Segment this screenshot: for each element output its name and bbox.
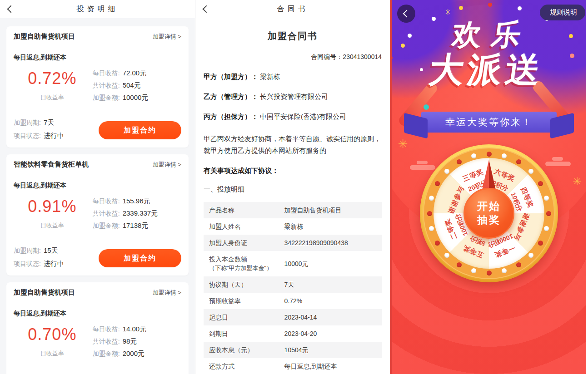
daily-income-label: 每日收益: — [93, 197, 120, 206]
party-a: 甲方（加盟方）：梁新栋 — [204, 73, 382, 81]
contract-number: 合同编号：23041300014 — [204, 53, 382, 61]
project-detail-link[interactable]: 加盟详情 > — [153, 161, 181, 169]
contract-row-value: 10504元 — [284, 345, 376, 354]
daily-income-value: 14.00元 — [123, 325, 147, 334]
segment-name: 四等奖 — [519, 186, 535, 210]
segment-name: 二等奖 — [443, 217, 459, 241]
ring-dot-decoration — [502, 153, 507, 158]
daily-rate-label: 日收益率 — [14, 221, 91, 230]
status-label: 项目状态: — [14, 132, 41, 139]
party-b: 乙方（管理方）：长兴投资管理有限公司 — [204, 93, 382, 101]
rules-button[interactable]: 规则说明 — [540, 5, 585, 20]
contract-row-value: 加盟自助售货机项目 — [284, 206, 376, 215]
back-icon[interactable] — [7, 5, 15, 13]
repay-mode: 每日返息,到期还本 — [14, 310, 181, 318]
start-draw-label: 开始抽奖 — [475, 200, 503, 227]
back-button[interactable] — [397, 5, 415, 23]
investment-card: 加盟自助售货机项目 加盟详情 > 每日返息,到期还本 0.70% 日收益率 每日… — [6, 282, 189, 374]
ring-dot-decoration — [457, 159, 462, 164]
ring-dot-decoration — [471, 268, 476, 273]
investment-card-list: 加盟自助售货机项目 加盟详情 > 每日返息,到期还本 0.72% 日收益率 每日… — [0, 18, 195, 374]
period-value: 7天 — [44, 118, 54, 126]
prize-wheel: 六等奖2积分四等奖10积分谢谢参与一等奖1000积分五等奖5积分二等奖100积分… — [420, 144, 558, 282]
amount-label: 加盟金额: — [93, 350, 120, 358]
lucky-draw-panel: ✳ ✳ ✳ 规则说明 欢乐 大派送 幸运大奖等你来！ 六等奖2积分四等奖10积分… — [392, 0, 586, 374]
contract-panel: 合同书 加盟合同书 合同编号：23041300014 甲方（加盟方）：梁新栋 乙… — [195, 0, 392, 374]
daily-rate-value: 0.70% — [14, 325, 91, 344]
ring-dot-decoration — [435, 181, 440, 186]
daily-income-label: 每日收益: — [93, 69, 120, 78]
contract-row-value: 7天 — [284, 280, 376, 289]
contract-table: 产品名称加盟自助售货机项目加盟人姓名梁新栋加盟人身份证3422221989090… — [204, 202, 382, 374]
contract-header: 合同书 — [195, 0, 390, 18]
contract-table-row: 预期收益率0.72% — [204, 293, 382, 309]
party-c-label: 丙方（担保方）： — [204, 113, 258, 120]
total-income-value: 2339.337元 — [123, 209, 158, 218]
page-title: 投资明细 — [77, 5, 119, 14]
firework-icon: ✳ — [444, 7, 451, 17]
daily-income-value: 155.96元 — [123, 197, 150, 206]
ring-dot-decoration — [429, 226, 434, 231]
investment-card: 智能饮料零食售货柜单机 加盟详情 > 每日返息,到期还本 0.91% 日收益率 … — [6, 154, 189, 276]
ring-dot-decoration — [538, 241, 543, 246]
project-detail-link[interactable]: 加盟详情 > — [153, 33, 181, 41]
section-1-title: 一、投放明细 — [204, 185, 382, 194]
promo-title: 欢乐 大派送 — [392, 20, 586, 88]
total-income-label: 共计收益: — [93, 210, 120, 218]
repay-mode: 每日返息,到期还本 — [14, 182, 181, 190]
promo-title-line1: 欢乐 — [392, 20, 586, 49]
ring-dot-decoration — [427, 211, 432, 216]
repay-mode: 每日返息,到期还本 — [14, 54, 181, 62]
project-name: 加盟自助售货机项目 — [14, 32, 75, 41]
contract-row-label: 产品名称 — [209, 206, 284, 215]
ring-dot-decoration — [435, 241, 440, 246]
daily-income-value: 72.00元 — [123, 69, 147, 78]
contract-table-row: 还款方式每日返息,到期还本 — [204, 358, 382, 374]
segment-name: 谢谢参与 — [447, 185, 466, 215]
status-value: 进行中 — [44, 260, 64, 267]
ring-dot-decoration — [516, 159, 521, 164]
back-icon[interactable] — [203, 5, 210, 13]
amount-label: 加盟金额: — [93, 222, 120, 230]
firework-icon: ✳ — [398, 137, 408, 151]
ring-dot-decoration — [487, 271, 492, 276]
daily-income-label: 每日收益: — [93, 325, 120, 334]
ring-dot-decoration — [471, 153, 476, 158]
contract-table-row: 协议期（天）7天 — [204, 276, 382, 293]
party-a-value: 梁新栋 — [260, 73, 280, 80]
daily-rate-value: 0.91% — [14, 197, 91, 216]
promo-title-line2: 大派送 — [392, 52, 586, 88]
back-icon — [403, 10, 411, 18]
contract-row-label: 投入本金数额（下称"甲方加盟本金"） — [209, 255, 284, 273]
amount-value: 17138元 — [123, 221, 149, 230]
status-value: 进行中 — [44, 132, 64, 139]
segment-name: 六等奖 — [493, 167, 517, 183]
contract-table-row: 应收本息（元）10504元 — [204, 342, 382, 358]
contract-body: 加盟合同书 合同编号：23041300014 甲方（加盟方）：梁新栋 乙方（管理… — [195, 30, 390, 374]
segment-name: 谢谢参与 — [512, 212, 531, 242]
contract-row-label: 起息日 — [209, 313, 284, 322]
project-name: 加盟自助售货机项目 — [14, 288, 75, 297]
contract-button[interactable]: 加盟合约 — [99, 249, 181, 267]
period-label: 加盟周期: — [14, 247, 41, 254]
contract-row-label: 协议期（天） — [209, 280, 284, 289]
ring-dot-decoration — [457, 262, 462, 267]
project-detail-link[interactable]: 加盟详情 > — [153, 289, 181, 297]
daily-rate-label: 日收益率 — [14, 349, 91, 358]
contract-button[interactable]: 加盟合约 — [99, 121, 181, 139]
contract-row-label: 应收本息（元） — [209, 345, 284, 354]
contract-row-value: 342222198909090438 — [284, 238, 376, 247]
contract-intro: 甲乙丙双方经友好协商，本着平等自愿、诚实信用的原则，就甲方使用乙方提供的本网站所… — [204, 133, 382, 157]
ring-dot-decoration — [444, 253, 449, 258]
daily-rate-value: 0.72% — [14, 69, 91, 88]
firework-icon: ✳ — [573, 175, 582, 188]
start-draw-button[interactable]: 开始抽奖 — [463, 188, 514, 239]
contract-table-row: 产品名称加盟自助售货机项目 — [204, 202, 382, 218]
contract-number-value: 23041300014 — [343, 53, 382, 60]
contract-row-value: 每日返息,到期还本 — [284, 362, 376, 371]
segment-name: 一等奖 — [493, 243, 517, 260]
ring-dot-decoration — [516, 262, 521, 267]
contract-number-label: 合同编号： — [311, 53, 343, 60]
contract-table-row: 投入本金数额（下称"甲方加盟本金"）10000元 — [204, 251, 382, 276]
status-label: 项目状态: — [14, 260, 41, 267]
